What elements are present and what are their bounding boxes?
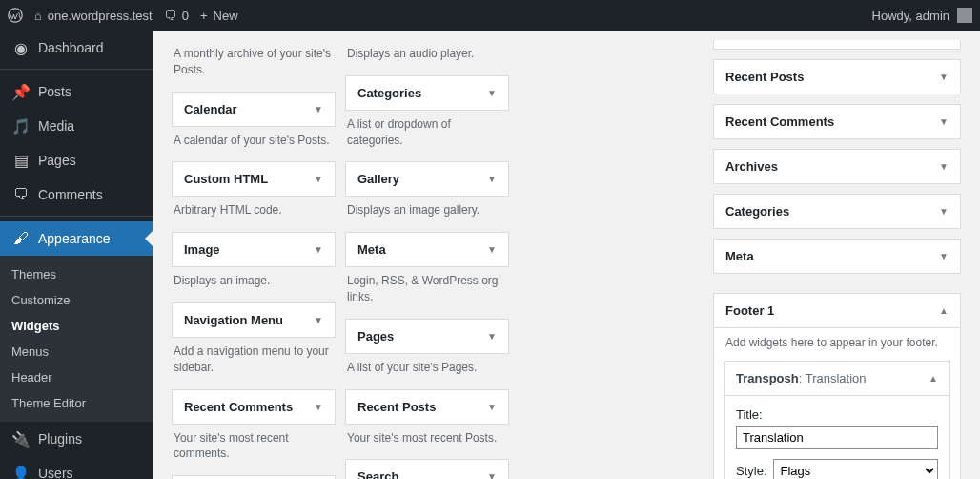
available-widget[interactable]: Meta▼ [345,232,509,267]
submenu-customize[interactable]: Customize [0,287,153,313]
dashboard-icon: ◉ [11,38,31,57]
chevron-down-icon: ▼ [487,402,497,412]
widget-title: Calendar [184,102,237,116]
user-icon: 👤 [11,464,31,479]
title-label: Title: [736,407,763,422]
adminbar: ⌂one.wordpress.test 🗨0 +New Howdy, admin [0,0,980,31]
widget-title: Categories [357,86,421,100]
page-icon: ▤ [11,151,31,170]
chevron-down-icon: ▼ [487,88,497,98]
sidebar-areas: Recent Posts▼ Recent Comments▼ Archives▼… [713,40,961,441]
widget-desc: Displays an image gallery. [345,197,509,232]
available-widget[interactable]: Calendar▼ [172,92,336,127]
site-link[interactable]: ⌂one.wordpress.test [34,9,153,23]
chevron-down-icon: ▼ [314,402,323,412]
comment-icon: 🗨 [164,9,176,23]
style-select[interactable]: Flags [773,459,938,479]
chevron-down-icon: ▼ [487,174,497,184]
menu-pages[interactable]: ▤Pages [0,143,153,177]
widget-title: Search [357,469,398,479]
chevron-up-icon: ▲ [939,305,949,316]
media-icon: 🎵 [11,116,31,135]
available-widget[interactable]: Recent Posts▼ [345,389,509,425]
widget-desc: Your site's most recent Posts. [345,425,509,460]
menu-plugins[interactable]: 🔌Plugins [0,422,153,456]
menu-posts[interactable]: 📌Posts [0,74,153,109]
available-widget[interactable]: Gallery▼ [345,161,509,197]
submenu-menus[interactable]: Menus [0,339,153,364]
widget-title: Recent Posts [357,400,436,414]
chevron-down-icon: ▼ [314,244,323,255]
widget-desc: A list of your site's Pages. [345,354,509,389]
menu-media[interactable]: 🎵Media [0,109,153,143]
new-link[interactable]: +New [200,9,238,23]
comments-link[interactable]: 🗨0 [164,9,189,23]
submenu-header[interactable]: Header [0,364,153,390]
style-label: Style: [736,464,767,478]
area-archives[interactable]: Archives▼ [714,150,960,183]
avatar [957,8,972,23]
menu-appearance[interactable]: 🖌Appearance [0,221,153,256]
footer-1-head[interactable]: Footer 1▲ [714,294,960,328]
plus-icon: + [200,9,208,23]
appearance-submenu: Themes Customize Widgets Menus Header Th… [0,256,153,422]
widget-desc: Displays an audio player. [345,40,509,75]
widget-desc: Login, RSS, & WordPress.org links. [345,267,509,319]
chevron-down-icon: ▼ [487,331,497,342]
widget-title: Image [184,242,220,257]
title-input[interactable] [736,426,938,449]
submenu-widgets[interactable]: Widgets [0,313,153,339]
pin-icon: 📌 [11,82,31,101]
available-widget[interactable]: Image▼ [172,232,336,267]
submenu-themes[interactable]: Themes [0,261,153,287]
chevron-down-icon: ▼ [939,72,949,82]
chevron-down-icon: ▼ [939,116,949,127]
plugin-icon: 🔌 [11,429,31,448]
placeholder-area [713,40,961,50]
chevron-up-icon: ▲ [929,373,938,384]
widget-desc: Your site's most recent comments. [172,425,336,476]
widget-title: Navigation Menu [184,313,283,327]
area-categories[interactable]: Categories▼ [714,195,960,228]
chevron-down-icon: ▼ [314,174,323,184]
chevron-down-icon: ▼ [487,471,497,479]
available-widgets: A monthly archive of your site's Posts.C… [172,40,509,441]
area-recent-posts[interactable]: Recent Posts▼ [714,60,960,94]
home-icon: ⌂ [34,9,42,23]
footer-1-desc: Add widgets here to appear in your foote… [714,328,960,361]
chevron-down-icon: ▼ [314,104,323,115]
footer-1-area: Footer 1▲ Add widgets here to appear in … [713,293,961,479]
transposh-widget: Transposh: Translation ▲ Title: Style: F… [724,361,950,479]
widget-desc: A calendar of your site's Posts. [172,127,336,162]
available-widget[interactable]: Search▼ [345,459,509,479]
widget-desc: Displays an image. [172,267,336,302]
menu-users[interactable]: 👤Users [0,456,153,479]
submenu-theme-editor[interactable]: Theme Editor [0,390,153,416]
available-widget[interactable]: RSS▼ [172,475,336,479]
widget-title: Gallery [357,172,399,186]
chevron-down-icon: ▼ [487,244,497,255]
widget-title: Meta [357,242,386,257]
area-recent-comments[interactable]: Recent Comments▼ [714,105,960,138]
chevron-down-icon: ▼ [939,206,949,217]
menu-comments[interactable]: 🗨Comments [0,177,153,212]
chevron-down-icon: ▼ [314,315,323,325]
menu-dashboard[interactable]: ◉Dashboard [0,31,153,65]
available-widget[interactable]: Categories▼ [345,75,509,111]
widget-desc: A monthly archive of your site's Posts. [172,40,336,92]
available-widget[interactable]: Pages▼ [345,319,509,354]
available-widget[interactable]: Custom HTML▼ [172,161,336,197]
wp-logo[interactable] [8,8,23,23]
available-widget[interactable]: Navigation Menu▼ [172,302,336,338]
widget-title: Recent Comments [184,400,293,414]
widget-title: Pages [357,329,394,344]
chevron-down-icon: ▼ [939,251,949,261]
admin-menu: ◉Dashboard 📌Posts 🎵Media ▤Pages 🗨Comment… [0,31,153,479]
widget-title: Custom HTML [184,172,268,186]
area-meta[interactable]: Meta▼ [714,240,960,273]
available-widget[interactable]: Recent Comments▼ [172,389,336,425]
widgets-content: A monthly archive of your site's Posts.C… [153,31,980,479]
brush-icon: 🖌 [11,229,31,248]
transposh-widget-head[interactable]: Transposh: Translation ▲ [725,362,949,396]
account-link[interactable]: Howdy, admin [872,8,972,23]
